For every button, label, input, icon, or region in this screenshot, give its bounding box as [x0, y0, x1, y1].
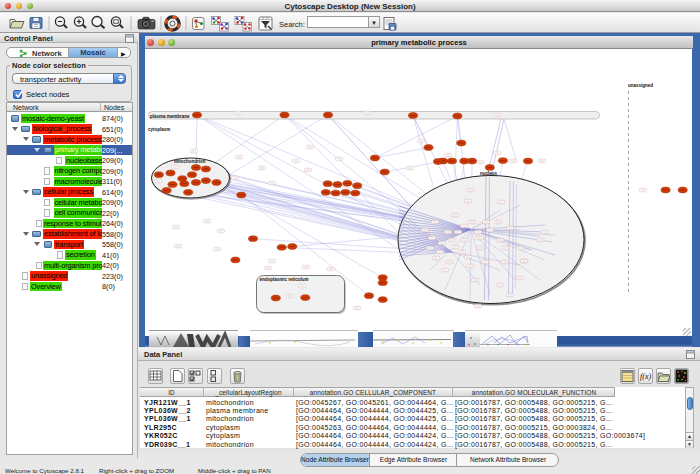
svg-text:endoplasmic reticulum: endoplasmic reticulum — [260, 277, 309, 282]
svg-text:mitochondrion: mitochondrion — [174, 159, 206, 164]
svg-text:f(x): f(x) — [640, 372, 651, 381]
svg-text:cytoplasm: cytoplasm — [148, 127, 170, 132]
svg-text:nucleus: nucleus — [480, 171, 498, 176]
svg-text:unassigned: unassigned — [628, 83, 653, 88]
svg-text:plasma membrane: plasma membrane — [150, 114, 190, 119]
